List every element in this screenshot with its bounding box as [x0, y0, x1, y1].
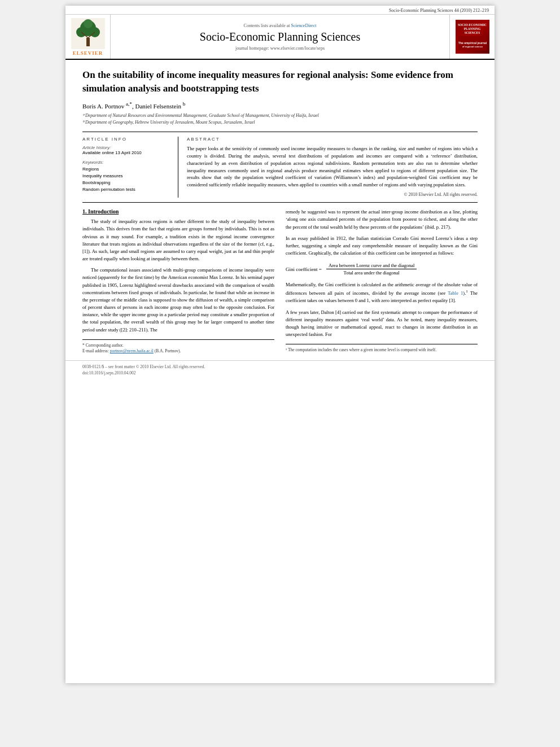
svg-text:of regional science: of regional science — [462, 45, 483, 48]
bottom-bar: 0038-0121/$ – see front matter © 2010 El… — [65, 360, 495, 379]
main-content: On the suitability of income inequality … — [65, 60, 495, 360]
gini-denominator: Total area under the diagonal — [342, 269, 402, 276]
history-block: Article history: Available online 13 Apr… — [82, 145, 172, 155]
citation-bar: Socio-Economic Planning Sciences 44 (201… — [65, 6, 495, 15]
journal-homepage: journal homepage: www.elsevier.com/locat… — [235, 46, 325, 51]
article-title: On the suitability of income inequality … — [82, 68, 478, 95]
footnote-sup-1: 1 — [466, 289, 468, 294]
corresponding-author-note: * Corresponding author. — [82, 343, 274, 349]
right-para4: A few years later, Dalton [4] carried ou… — [286, 309, 478, 339]
elsevier-logo-area: ELSEVIER — [65, 15, 111, 59]
journal-header: ELSEVIER Contents lists available at Sci… — [65, 15, 495, 60]
svg-point-5 — [84, 19, 93, 28]
history-label: Article history: — [82, 145, 172, 150]
gini-label: Gini coefficient = — [286, 267, 322, 272]
elsevier-logo: ELSEVIER — [71, 18, 105, 56]
footnote-area-right: ¹ The computation includes the cases whe… — [286, 344, 478, 353]
abstract-text: The paper looks at the sensitivity of co… — [187, 145, 478, 189]
journal-header-center: Contents lists available at ScienceDirec… — [111, 15, 449, 59]
keyword-inequality: Inequality measures — [82, 173, 172, 180]
journal-logo-box: SOCIO-ECONOMICPLANNINGSCIENCES The empir… — [456, 20, 489, 54]
article-info-col: ARTICLE INFO Article history: Available … — [82, 137, 178, 198]
intro-para1: The study of inequality across regions i… — [82, 218, 274, 263]
journal-logo-graphic: The empirical journal of regional scienc… — [458, 36, 487, 50]
gini-formula: Gini coefficient = Area between Lorenz c… — [286, 263, 478, 276]
body-left-col: 1. Introduction The study of inequality … — [82, 208, 274, 355]
gini-numerator: Area between Lorenz curve and the diagon… — [326, 263, 417, 269]
sciencedirect-line: Contents lists available at ScienceDirec… — [244, 23, 317, 28]
elsevier-tree-icon — [71, 18, 105, 49]
sciencedirect-link[interactable]: ScienceDirect — [291, 23, 317, 28]
right-para2: In an essay published in 1912, the Itali… — [286, 235, 478, 257]
sciencedirect-prefix: Contents lists available at — [244, 23, 291, 28]
copyright: © 2010 Elsevier Ltd. All rights reserved… — [187, 192, 478, 197]
keywords-label: Keywords: — [82, 160, 172, 165]
footnote-area-left: * Corresponding author. E-mail address: … — [82, 339, 274, 355]
keyword-regions: Regions — [82, 166, 172, 173]
svg-rect-1 — [86, 38, 90, 46]
available-online: Available online 13 April 2010 — [82, 150, 172, 155]
body-section: 1. Introduction The study of inequality … — [82, 208, 478, 355]
citation-text: Socio-Economic Planning Sciences 44 (201… — [389, 8, 489, 13]
intro-para2: The computational issues associated with… — [82, 267, 274, 334]
keywords-block: Keywords: Regions Inequality measures Bo… — [82, 160, 172, 193]
abstract-col: ABSTRACT The paper looks at the sensitiv… — [187, 137, 478, 198]
right-para1: remedy he suggested was to represent the… — [286, 208, 478, 231]
keyword-bootstrapping: Bootstrapping — [82, 180, 172, 186]
right-para3: Mathematically, the Gini coefficient is … — [286, 281, 478, 304]
section1-heading: 1. Introduction — [82, 208, 274, 215]
footnote1-text: ¹ The computation includes the cases whe… — [286, 347, 478, 353]
email-link[interactable]: portnov@nrem.haifa.ac.il — [110, 348, 154, 353]
page: Socio-Economic Planning Sciences 44 (201… — [65, 6, 495, 683]
author-sup-a: a,* — [126, 101, 132, 107]
doi-line: doi:10.1016/j.seps.2010.04.002 — [82, 370, 478, 376]
journal-title-header: Socio-Economic Planning Sciences — [200, 30, 360, 43]
affiliation-b: ᵇ Department of Geography, Hebrew Univer… — [82, 119, 478, 126]
issn-line: 0038-0121/$ – see front matter © 2010 El… — [82, 364, 478, 370]
article-info-label: ARTICLE INFO — [82, 137, 172, 142]
email-note: E-mail address: portnov@nrem.haifa.ac.il… — [82, 348, 274, 355]
body-right-col: remedy he suggested was to represent the… — [286, 208, 478, 355]
affiliations: ᵃ Department of Natural Resources and En… — [82, 112, 478, 126]
svg-text:The empirical journal: The empirical journal — [458, 41, 487, 45]
authors-line: Boris A. Portnov a,*, Daniel Felsenstein… — [82, 101, 478, 110]
elsevier-wordmark: ELSEVIER — [73, 50, 103, 56]
author-sup-b: b — [183, 101, 186, 107]
table1-link[interactable]: Table 1 — [448, 290, 463, 296]
affiliation-a: ᵃ Department of Natural Resources and En… — [82, 112, 478, 119]
keyword-permutation: Random permutation tests — [82, 186, 172, 193]
journal-logo-text: SOCIO-ECONOMICPLANNINGSCIENCES — [458, 23, 487, 35]
abstract-label: ABSTRACT — [187, 137, 478, 142]
article-info-abstract: ARTICLE INFO Article history: Available … — [82, 132, 478, 203]
gini-fraction: Area between Lorenz curve and the diagon… — [326, 263, 417, 276]
journal-logo-area: SOCIO-ECONOMICPLANNINGSCIENCES The empir… — [449, 15, 495, 59]
